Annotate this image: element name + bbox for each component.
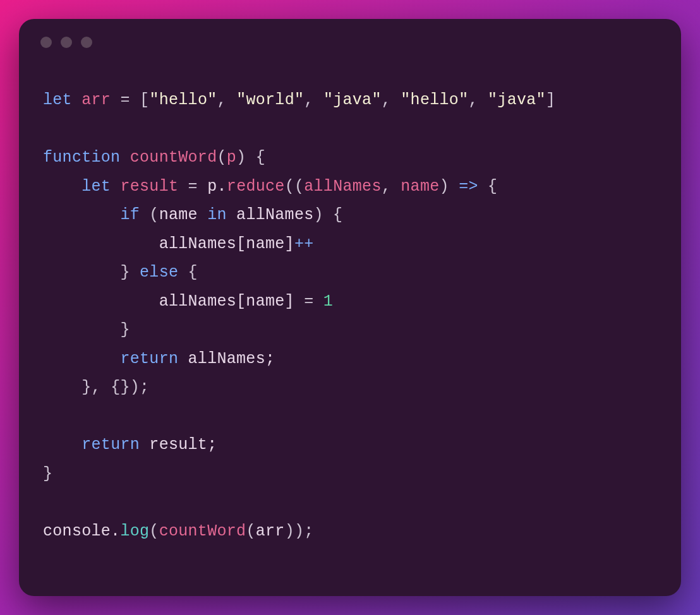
code-token: return xyxy=(120,350,178,368)
code-token xyxy=(43,263,120,282)
code-editor[interactable]: let arr = ["hello", "world", "java", "he… xyxy=(19,54,681,596)
code-token xyxy=(130,91,140,109)
code-token: allNames xyxy=(304,177,381,196)
code-token: ) { xyxy=(314,206,343,224)
code-token: ++ xyxy=(294,235,314,253)
code-token: p xyxy=(227,148,236,167)
code-token: "hello" xyxy=(149,91,217,109)
code-line xyxy=(43,402,657,431)
code-token xyxy=(313,292,323,311)
code-token: console. xyxy=(43,522,120,540)
code-token: result; xyxy=(140,436,217,454)
code-token: } xyxy=(43,465,52,483)
code-token: }, {}); xyxy=(81,378,149,397)
window-titlebar xyxy=(19,19,681,54)
code-token: arr xyxy=(256,522,285,540)
traffic-light-zoom-icon[interactable] xyxy=(81,37,92,48)
code-line: let arr = ["hello", "world", "java", "he… xyxy=(43,86,657,115)
code-line xyxy=(43,115,657,144)
code-token: ( xyxy=(149,206,159,224)
traffic-light-close-icon[interactable] xyxy=(40,37,52,48)
code-token: reduce xyxy=(227,177,285,196)
code-token xyxy=(43,378,81,397)
code-token: ( xyxy=(217,148,226,167)
code-line: allNames[name]++ xyxy=(43,230,657,259)
code-token: } xyxy=(120,321,130,339)
code-token: , xyxy=(382,177,401,196)
code-token: { xyxy=(178,263,198,282)
code-token: countWord xyxy=(130,148,217,167)
code-line: return result; xyxy=(43,431,657,460)
traffic-light-minimize-icon[interactable] xyxy=(61,37,72,48)
code-token: ) xyxy=(440,177,459,196)
code-line: let result = p.reduce((allNames, name) =… xyxy=(43,172,657,201)
code-token: result xyxy=(120,177,178,196)
code-token: ] xyxy=(546,91,555,109)
code-line: return allNames; xyxy=(43,345,657,374)
code-token: allNames xyxy=(227,206,314,224)
code-token: ) { xyxy=(236,148,265,167)
code-token xyxy=(178,177,188,196)
code-token: "world" xyxy=(236,91,304,109)
code-token: , xyxy=(468,91,488,109)
code-token xyxy=(111,177,120,196)
code-token: allNames[name] xyxy=(43,292,304,311)
code-line: } xyxy=(43,316,657,345)
code-token: ( xyxy=(246,522,255,540)
code-token: ( xyxy=(149,522,159,540)
code-token: let xyxy=(43,91,72,109)
code-token: = xyxy=(188,177,198,196)
code-token: function xyxy=(43,148,120,167)
code-token: arr xyxy=(81,91,111,109)
code-token: } xyxy=(120,263,140,282)
code-token xyxy=(72,91,81,109)
code-token: allNames; xyxy=(178,350,275,368)
code-token: "java" xyxy=(488,91,546,109)
code-token: "java" xyxy=(323,91,382,109)
code-token xyxy=(43,350,120,368)
code-token: = xyxy=(120,91,130,109)
code-line: } else { xyxy=(43,258,657,287)
code-line: }, {}); xyxy=(43,373,657,402)
code-token xyxy=(111,91,120,109)
code-token: log xyxy=(120,522,149,540)
code-token: name xyxy=(401,177,439,196)
code-token xyxy=(140,206,149,224)
code-token: countWord xyxy=(159,522,246,540)
code-token: return xyxy=(81,436,140,454)
code-token: { xyxy=(478,177,498,196)
code-token: , xyxy=(382,91,401,109)
code-line: function countWord(p) { xyxy=(43,143,657,172)
code-token: , xyxy=(217,91,237,109)
code-token: else xyxy=(140,263,178,282)
code-line xyxy=(43,488,657,517)
code-token: )); xyxy=(285,522,314,540)
code-line: if (name in allNames) { xyxy=(43,201,657,230)
code-token: if xyxy=(120,206,140,224)
code-token xyxy=(43,206,120,224)
code-token: 1 xyxy=(323,292,333,311)
code-token: name xyxy=(159,206,208,224)
code-token xyxy=(43,321,120,339)
code-line: } xyxy=(43,460,657,489)
code-token: "hello" xyxy=(401,91,468,109)
code-token xyxy=(43,177,81,196)
code-token xyxy=(120,148,130,167)
code-token: = xyxy=(304,292,313,311)
code-token xyxy=(43,436,81,454)
code-token: [ xyxy=(140,91,149,109)
code-token: , xyxy=(304,91,323,109)
code-token: in xyxy=(207,206,227,224)
code-token: (( xyxy=(285,177,305,196)
code-token: allNames[name] xyxy=(43,235,294,253)
code-line: allNames[name] = 1 xyxy=(43,287,657,316)
code-token: => xyxy=(459,177,478,196)
code-token: p. xyxy=(198,177,227,196)
code-window: let arr = ["hello", "world", "java", "he… xyxy=(19,19,681,596)
code-token: let xyxy=(81,177,111,196)
code-line: console.log(countWord(arr)); xyxy=(43,517,657,546)
